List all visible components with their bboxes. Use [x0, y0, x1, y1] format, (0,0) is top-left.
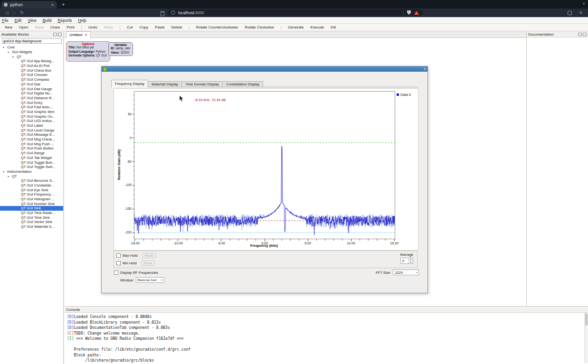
tree-item-qt-gui-label[interactable]: QT GUI Label [0, 123, 63, 128]
tree-item-qt-gui-compass[interactable]: QT GUI Compass [0, 77, 63, 82]
extensions-icon[interactable] [568, 11, 572, 15]
sink-tab-time-domain-display[interactable]: Time Domain Display [182, 81, 223, 87]
float-panel-icon[interactable] [578, 33, 582, 36]
expander-icon[interactable]: ▾ [3, 170, 6, 173]
tree-item-qt-gui-sink[interactable]: QT GUI Sink [0, 206, 63, 211]
expander-icon[interactable]: ▾ [8, 175, 11, 178]
forward-icon[interactable]: ▷ [12, 10, 16, 15]
tree-item-qt-gui-app-backg[interactable]: QT GUI App Backg... [0, 59, 63, 64]
close-panel-icon[interactable] [583, 33, 587, 36]
tree-item-qt-gui-message-e[interactable]: QT GUI Message E... [0, 132, 63, 137]
display-rf-checkbox[interactable] [114, 271, 118, 275]
tree-item-qt-gui-toggle-butt[interactable]: QT GUI Toggle Butt... [0, 160, 63, 165]
console-scrollbar-thumb[interactable] [585, 313, 588, 326]
toolbar-rotate-clockwise[interactable]: Rotate Clockwise [245, 25, 274, 29]
tab-search-chevron-icon[interactable]: ∨ [582, 1, 585, 6]
toolbar-print[interactable]: Print [66, 25, 74, 29]
toolbar-kill[interactable]: Kill [331, 25, 336, 29]
sink-tab-waterfall-display[interactable]: Waterfall Display [148, 81, 182, 87]
flowgraph-tab-close-icon[interactable]: ✕ [85, 33, 87, 37]
tree-item-instrumentation[interactable]: ▾Instrumentation [0, 169, 63, 174]
tree-item-qt-gui-level-gauge[interactable]: QT GUI Level Gauge [0, 128, 63, 132]
block-search-input[interactable] [2, 38, 62, 44]
toolbar-execute[interactable]: Execute [310, 25, 324, 29]
tree-item-qt[interactable]: ▾QT [0, 174, 63, 178]
variable-block[interactable]: Variable ID: samp_rateValue: 32000 [108, 42, 133, 56]
toolbar-close[interactable]: Close [50, 25, 60, 29]
menu-reports[interactable]: Reports [58, 18, 72, 23]
fft-size-dropdown[interactable]: 1024 ▾ [393, 270, 419, 275]
toolbar-cut[interactable]: Cut [127, 25, 133, 29]
tree-item-qt-gui-check-box[interactable]: QT GUI Check Box [0, 68, 63, 73]
url-bar[interactable]: i localhost:8000 [167, 9, 423, 16]
sink-tab-frequency-display[interactable]: Frequency Display [111, 80, 148, 87]
toolbar-generate[interactable]: Generate [288, 25, 303, 29]
menu-help[interactable]: Help [78, 18, 86, 23]
menu-file[interactable]: File [2, 18, 9, 23]
spin-down-icon[interactable]: ▾ [408, 261, 413, 264]
menu-build[interactable]: Build [43, 18, 52, 23]
tree-item-qt-gui-bercurve-s[interactable]: QT GUI Bercurve S... [0, 178, 63, 183]
tree-item-qt-gui-waterfall-s[interactable]: QT GUI Waterfall S... [0, 224, 63, 229]
expander-icon[interactable]: ▾ [12, 55, 16, 58]
new-tab-button[interactable]: + [62, 0, 65, 8]
reload-icon[interactable]: ↻ [20, 10, 24, 15]
toolbar-new[interactable]: New [5, 25, 12, 29]
tree-item-qt-gui-led-indica[interactable]: QT GUI LED Indica... [0, 119, 63, 123]
tree-item-qt-gui-dial[interactable]: QT GUI Dial [0, 82, 63, 87]
back-icon[interactable]: ◁ [5, 10, 9, 15]
tree-item-qt[interactable]: ▾QT [0, 54, 63, 59]
min-hold-reset-button[interactable]: Reset [142, 261, 155, 266]
tree-item-qt-gui-range[interactable]: QT GUI Range [0, 151, 63, 156]
toolbar-open[interactable]: Open [19, 25, 28, 29]
tree-item-qt-gui-graphic-ov[interactable]: QT GUI Graphic Ov... [0, 114, 63, 119]
tree-item-qt-gui-number-sink[interactable]: QT GUI Number Sink [0, 201, 63, 206]
browser-menu-icon[interactable]: ≡ [579, 10, 582, 15]
average-spinbox[interactable]: 0 ▴ ▾ [400, 258, 413, 264]
tree-item-qt-gui-frequency[interactable]: QT GUI Frequency ... [0, 192, 63, 197]
tree-item-core[interactable]: ▾Core [0, 45, 63, 50]
tree-item-qt-gui-distance-r[interactable]: QT GUI Distance R... [0, 96, 63, 101]
tree-item-qt-gui-histogram[interactable]: QT GUI Histogram ... [0, 197, 63, 202]
tree-item-qt-gui-push-button[interactable]: QT GUI Push Button [0, 146, 63, 151]
tree-item-qt-gui-msg-push[interactable]: QT GUI Msg Push ... [0, 141, 63, 146]
tree-item-qt-gui-vector-sink[interactable]: QT GUI Vector Sink [0, 220, 63, 224]
expander-icon[interactable]: ▾ [8, 50, 11, 54]
close-panel-icon[interactable] [58, 33, 62, 36]
shield-icon[interactable] [407, 10, 411, 15]
brave-rewards-icon[interactable] [414, 11, 419, 15]
tree-item-qt-gui-tab-widget[interactable]: QT GUI Tab Widget [0, 156, 63, 160]
flowgraph-tab-untitled[interactable]: Untitled ✕ [66, 31, 91, 38]
tree-item-qt-gui-dial-gauge[interactable]: QT GUI Dial Gauge [0, 86, 63, 91]
max-hold-checkbox[interactable] [116, 253, 121, 258]
min-hold-checkbox[interactable] [116, 261, 121, 265]
toolbar-paste[interactable]: Paste [155, 25, 164, 29]
sink-window-close-icon[interactable]: ✕ [423, 67, 426, 71]
tree-item-qt-gui-toggle-swit[interactable]: QT GUI Toggle Swit... [0, 165, 63, 169]
tree-item-qt-gui-time-raste[interactable]: QT GUI Time Raste... [0, 211, 63, 215]
tree-item-qt-gui-time-sink[interactable]: QT GUI Time Sink [0, 215, 63, 220]
tree-item-gui-widgets[interactable]: ▾GUI Widgets [0, 50, 63, 55]
tree-item-qt-gui-msg-check[interactable]: QT GUI Msg Check... [0, 137, 63, 142]
tree-item-qt-gui-entry[interactable]: QT GUI Entry [0, 100, 63, 105]
toolbar-rotate-counterclockwise[interactable]: Rotate Counterclockwise [196, 25, 238, 29]
window-dropdown[interactable]: Blackman-harri ▾ [136, 277, 164, 283]
tree-item-qt-gui-graphic-item[interactable]: QT GUI Graphic Item [0, 110, 63, 114]
menu-edit[interactable]: Edit [15, 18, 22, 23]
tree-item-qt-gui-digital-nu[interactable]: QT GUI Digital Nu... [0, 91, 63, 96]
plot-area[interactable]: -8.93 kHz, 70.44 dB -15.00-10.00-5.000.0… [134, 91, 395, 239]
expander-icon[interactable]: ▾ [3, 46, 6, 49]
tab-close-icon[interactable]: ✕ [51, 3, 54, 7]
browser-tab[interactable]: python ✕ [1, 1, 57, 9]
tree-item-qt-gui-az-el-plot[interactable]: QT GUI Az-El Plot [0, 64, 63, 68]
sink-window-titlebar[interactable]: ✕ [102, 66, 427, 72]
toolbar-copy[interactable]: Copy [139, 25, 148, 29]
tree-item-qt-gui-chooser[interactable]: QT GUI Chooser [0, 73, 63, 77]
bookmark-icon[interactable] [161, 11, 164, 16]
console-scrollbar[interactable] [584, 313, 588, 363]
toolbar-undo[interactable]: Undo [88, 25, 97, 29]
float-panel-icon[interactable] [53, 33, 57, 36]
console-body[interactable]: [D]Loaded Console component - 0.0040s[D]… [65, 313, 584, 364]
menu-view[interactable]: View [28, 18, 36, 23]
tree-item-qt-gui-fast-auto[interactable]: QT GUI Fast Auto-... [0, 105, 63, 110]
